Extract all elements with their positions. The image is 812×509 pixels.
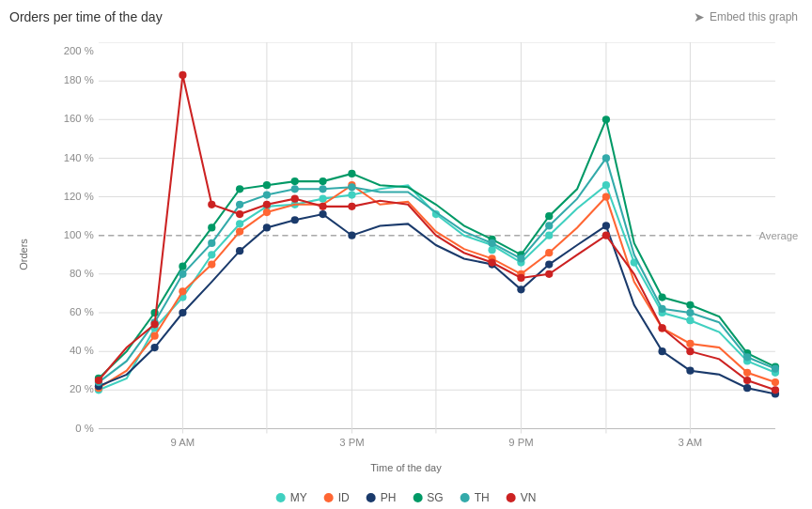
dot-VN bbox=[179, 71, 186, 79]
average-label: Average bbox=[758, 230, 798, 241]
dot-SG bbox=[179, 263, 186, 270]
dot-ID bbox=[208, 260, 215, 268]
dot-VN bbox=[208, 201, 215, 208]
dot-TH bbox=[686, 309, 694, 316]
dot-TH bbox=[517, 254, 524, 262]
svg-text:20 %: 20 % bbox=[70, 383, 94, 394]
dot-SG bbox=[236, 185, 243, 193]
legend-label-VN: VN bbox=[521, 491, 537, 504]
dot-PH bbox=[517, 285, 524, 293]
dot-VN bbox=[772, 386, 779, 393]
dot-MY bbox=[348, 191, 355, 198]
dot-VN bbox=[545, 270, 553, 278]
dot-PH bbox=[236, 247, 243, 254]
dot-VN bbox=[95, 377, 102, 384]
dot-VN bbox=[686, 347, 694, 355]
dot-PH bbox=[686, 367, 694, 375]
embed-button[interactable]: ➤ Embed this graph bbox=[694, 9, 798, 24]
dot-PH bbox=[545, 260, 553, 268]
legend-item-VN: VN bbox=[507, 491, 537, 504]
dot-VN bbox=[517, 274, 524, 282]
dot-PH bbox=[291, 216, 299, 224]
dot-PH bbox=[348, 232, 355, 239]
svg-text:9 PM: 9 PM bbox=[508, 437, 533, 448]
legend-dot-SG bbox=[413, 493, 422, 502]
dot-TH bbox=[658, 305, 665, 313]
dot-MY bbox=[602, 181, 610, 189]
dot-SG bbox=[208, 224, 215, 231]
dot-PH bbox=[179, 309, 186, 316]
legend-item-SG: SG bbox=[413, 491, 443, 504]
legend-label-ID: ID bbox=[338, 491, 350, 504]
legend-item-TH: TH bbox=[461, 491, 490, 504]
dot-VN bbox=[743, 377, 751, 384]
dot-SG bbox=[602, 116, 610, 123]
dot-MY bbox=[319, 195, 326, 203]
dot-VN bbox=[602, 232, 610, 239]
svg-text:60 %: 60 % bbox=[70, 306, 94, 317]
chart-svg: 0 % 20 % 40 % 60 % 80 % 100 % 120 % 140 … bbox=[47, 42, 798, 448]
x-axis-label: Time of the day bbox=[370, 462, 441, 473]
dot-VN bbox=[348, 203, 355, 210]
dot-ID bbox=[772, 378, 779, 386]
svg-text:200 %: 200 % bbox=[64, 45, 94, 56]
legend-dot-TH bbox=[461, 493, 470, 502]
svg-text:3 PM: 3 PM bbox=[339, 437, 364, 448]
svg-text:100 %: 100 % bbox=[64, 229, 94, 240]
dot-SG bbox=[545, 212, 553, 220]
chart-title: Orders per time of the day bbox=[9, 9, 163, 24]
dot-MY bbox=[545, 232, 553, 239]
dot-MY bbox=[236, 220, 243, 227]
dot-ID bbox=[602, 193, 610, 200]
dot-TH bbox=[263, 191, 271, 198]
dot-TH bbox=[772, 365, 779, 373]
dot-ID bbox=[686, 340, 694, 347]
svg-text:9 AM: 9 AM bbox=[171, 437, 195, 448]
legend-item-PH: PH bbox=[367, 491, 397, 504]
svg-text:3 AM: 3 AM bbox=[679, 437, 703, 448]
dot-SG bbox=[348, 170, 355, 177]
dot-VN bbox=[319, 203, 326, 210]
dot-SG bbox=[658, 293, 665, 301]
legend-dot-MY bbox=[276, 493, 286, 502]
dot-VN bbox=[263, 201, 271, 208]
legend-label-SG: SG bbox=[427, 491, 443, 504]
legend-dot-PH bbox=[367, 493, 376, 502]
dot-VN bbox=[150, 320, 158, 328]
legend-label-MY: MY bbox=[290, 491, 307, 504]
dot-ID bbox=[236, 227, 243, 235]
svg-text:120 %: 120 % bbox=[64, 191, 94, 202]
dot-SG bbox=[291, 177, 299, 185]
legend-item-ID: ID bbox=[324, 491, 350, 504]
dot-TH bbox=[348, 183, 355, 191]
chart-area: 0 % 20 % 40 % 60 % 80 % 100 % 120 % 140 … bbox=[47, 42, 798, 448]
dot-TH bbox=[743, 353, 751, 361]
dot-VN bbox=[236, 210, 243, 218]
main-container: Orders per time of the day ➤ Embed this … bbox=[0, 0, 812, 509]
legend-label-PH: PH bbox=[381, 491, 397, 504]
dot-TH bbox=[291, 185, 299, 193]
svg-text:140 %: 140 % bbox=[64, 152, 94, 163]
dot-SG bbox=[319, 177, 326, 185]
legend-dot-VN bbox=[507, 493, 516, 502]
dot-PH bbox=[263, 224, 271, 231]
dot-TH bbox=[319, 185, 326, 193]
dot-TH bbox=[602, 154, 610, 162]
svg-text:80 %: 80 % bbox=[70, 268, 94, 279]
legend-label-TH: TH bbox=[475, 491, 490, 504]
embed-icon: ➤ bbox=[694, 9, 705, 24]
line-PH bbox=[99, 214, 775, 393]
legend-item-MY: MY bbox=[276, 491, 307, 504]
y-axis-label: Orders bbox=[18, 239, 29, 270]
dot-ID bbox=[150, 332, 158, 340]
dot-VN bbox=[291, 195, 299, 203]
dot-MY bbox=[488, 246, 495, 254]
chart-legend: MY ID PH SG TH VN bbox=[276, 491, 537, 504]
dot-PH bbox=[658, 347, 665, 355]
embed-label: Embed this graph bbox=[710, 10, 798, 23]
dot-ID bbox=[263, 208, 271, 216]
dot-SG bbox=[150, 309, 158, 316]
svg-text:0 %: 0 % bbox=[75, 423, 93, 434]
dot-MY bbox=[208, 251, 215, 258]
dot-SG bbox=[686, 301, 694, 309]
